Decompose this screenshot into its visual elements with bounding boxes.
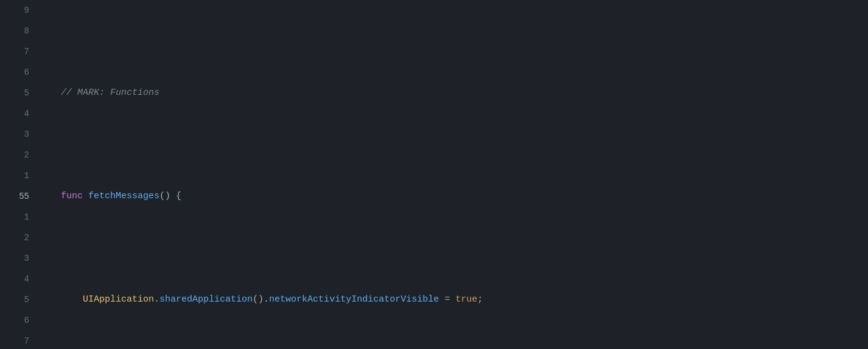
code-editor: 9 8 7 6 5 4 3 2 1 55 1 2 3 4 5 6 7 8 9 /…: [0, 0, 868, 349]
code-content[interactable]: // MARK: Functions func fetchMessages() …: [37, 0, 868, 349]
ln-3: 3: [5, 124, 29, 145]
line-numbers: 9 8 7 6 5 4 3 2 1 55 1 2 3 4 5 6 7 8 9: [0, 0, 37, 349]
ln-6: 6: [5, 62, 29, 83]
ln-2: 2: [5, 145, 29, 165]
ln-7: 7: [5, 41, 29, 62]
ln-5: 5: [5, 83, 29, 103]
ln-6b: 6: [5, 310, 29, 331]
line-comment-mark: // MARK: Functions: [39, 83, 868, 103]
ln-2b: 2: [5, 227, 29, 248]
ln-5b: 5: [5, 289, 29, 310]
ln-8: 8: [5, 21, 29, 41]
ln-4b: 4: [5, 269, 29, 289]
ln-55: 55: [5, 186, 29, 207]
line-uiapp-true: UIApplication.sharedApplication().networ…: [39, 289, 868, 310]
ln-1b: 1: [5, 207, 29, 227]
ln-3b: 3: [5, 248, 29, 269]
ln-7b: 7: [5, 331, 29, 349]
ln-9a: 9: [5, 0, 29, 21]
line-func-fetchmessages: func fetchMessages() {: [39, 186, 868, 207]
ln-1a: 1: [5, 165, 29, 186]
ln-4: 4: [5, 103, 29, 124]
